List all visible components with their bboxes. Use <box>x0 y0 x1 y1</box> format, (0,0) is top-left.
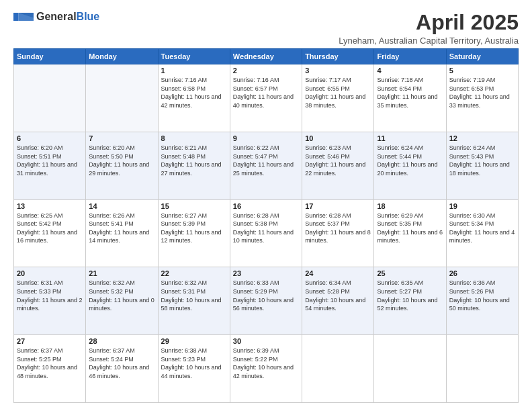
cell-info: Sunrise: 6:29 AM Sunset: 5:35 PM Dayligh… <box>377 212 443 245</box>
cell-0-4: 3Sunrise: 7:17 AM Sunset: 6:55 PM Daylig… <box>302 64 374 132</box>
cell-info: Sunrise: 6:37 AM Sunset: 5:25 PM Dayligh… <box>17 347 83 380</box>
cell-1-4: 10Sunrise: 6:23 AM Sunset: 5:46 PM Dayli… <box>302 132 374 199</box>
cell-info: Sunrise: 6:20 AM Sunset: 5:50 PM Dayligh… <box>89 144 154 177</box>
day-number: 8 <box>161 134 227 142</box>
day-number: 15 <box>161 202 227 210</box>
cell-info: Sunrise: 7:16 AM Sunset: 6:58 PM Dayligh… <box>161 76 227 109</box>
week-row-5: 27Sunrise: 6:37 AM Sunset: 5:25 PM Dayli… <box>14 335 519 403</box>
day-number: 30 <box>233 337 299 345</box>
cell-info: Sunrise: 6:26 AM Sunset: 5:41 PM Dayligh… <box>89 212 154 245</box>
day-number: 24 <box>305 269 371 277</box>
week-row-2: 6Sunrise: 6:20 AM Sunset: 5:51 PM Daylig… <box>14 132 519 199</box>
cell-2-4: 17Sunrise: 6:28 AM Sunset: 5:37 PM Dayli… <box>302 199 374 267</box>
cell-1-1: 7Sunrise: 6:20 AM Sunset: 5:50 PM Daylig… <box>86 132 158 199</box>
cell-3-1: 21Sunrise: 6:32 AM Sunset: 5:32 PM Dayli… <box>86 267 158 335</box>
cell-info: Sunrise: 7:17 AM Sunset: 6:55 PM Dayligh… <box>305 76 371 109</box>
cell-0-6: 5Sunrise: 7:19 AM Sunset: 6:53 PM Daylig… <box>446 64 518 132</box>
logo-icon <box>13 11 34 23</box>
cell-info: Sunrise: 6:33 AM Sunset: 5:29 PM Dayligh… <box>233 279 299 312</box>
cell-info: Sunrise: 6:25 AM Sunset: 5:42 PM Dayligh… <box>17 212 83 245</box>
cell-info: Sunrise: 6:34 AM Sunset: 5:28 PM Dayligh… <box>305 279 371 312</box>
header-friday: Friday <box>374 49 446 64</box>
day-number: 1 <box>161 66 227 75</box>
cell-info: Sunrise: 6:36 AM Sunset: 5:26 PM Dayligh… <box>449 279 515 312</box>
cell-info: Sunrise: 6:31 AM Sunset: 5:33 PM Dayligh… <box>17 279 83 312</box>
cell-info: Sunrise: 6:39 AM Sunset: 5:22 PM Dayligh… <box>233 347 299 380</box>
cell-4-6 <box>446 335 518 403</box>
cell-info: Sunrise: 6:28 AM Sunset: 5:38 PM Dayligh… <box>233 212 299 245</box>
cell-info: Sunrise: 7:18 AM Sunset: 6:54 PM Dayligh… <box>377 76 443 109</box>
day-number: 17 <box>305 202 371 210</box>
cell-info: Sunrise: 7:16 AM Sunset: 6:57 PM Dayligh… <box>233 76 299 109</box>
header-monday: Monday <box>86 49 158 64</box>
cell-4-1: 28Sunrise: 6:37 AM Sunset: 5:24 PM Dayli… <box>86 335 158 403</box>
cell-2-1: 14Sunrise: 6:26 AM Sunset: 5:41 PM Dayli… <box>86 199 158 267</box>
cell-2-5: 18Sunrise: 6:29 AM Sunset: 5:35 PM Dayli… <box>374 199 446 267</box>
header: GeneralBlue April 2025 Lyneham, Australi… <box>13 11 519 46</box>
cell-0-3: 2Sunrise: 7:16 AM Sunset: 6:57 PM Daylig… <box>230 64 302 132</box>
day-number: 20 <box>17 269 83 277</box>
day-number: 25 <box>377 269 443 277</box>
day-number: 23 <box>233 269 299 277</box>
day-number: 13 <box>17 202 83 210</box>
day-number: 10 <box>305 134 371 142</box>
cell-info: Sunrise: 6:24 AM Sunset: 5:44 PM Dayligh… <box>377 144 443 177</box>
logo-blue: Blue <box>77 11 100 22</box>
week-row-4: 20Sunrise: 6:31 AM Sunset: 5:33 PM Dayli… <box>14 267 519 335</box>
header-tuesday: Tuesday <box>158 49 230 64</box>
cell-info: Sunrise: 6:32 AM Sunset: 5:32 PM Dayligh… <box>89 279 154 312</box>
cell-1-2: 8Sunrise: 6:21 AM Sunset: 5:48 PM Daylig… <box>158 132 230 199</box>
day-number: 16 <box>233 202 299 210</box>
cell-4-0: 27Sunrise: 6:37 AM Sunset: 5:25 PM Dayli… <box>14 335 86 403</box>
day-number: 6 <box>17 134 83 142</box>
cell-1-5: 11Sunrise: 6:24 AM Sunset: 5:44 PM Dayli… <box>374 132 446 199</box>
day-number: 2 <box>233 66 299 75</box>
cell-2-0: 13Sunrise: 6:25 AM Sunset: 5:42 PM Dayli… <box>14 199 86 267</box>
cell-1-3: 9Sunrise: 6:22 AM Sunset: 5:47 PM Daylig… <box>230 132 302 199</box>
cell-info: Sunrise: 6:20 AM Sunset: 5:51 PM Dayligh… <box>17 144 83 177</box>
cell-3-2: 22Sunrise: 6:32 AM Sunset: 5:31 PM Dayli… <box>158 267 230 335</box>
cell-4-5 <box>374 335 446 403</box>
cell-2-6: 19Sunrise: 6:30 AM Sunset: 5:34 PM Dayli… <box>446 199 518 267</box>
cell-info: Sunrise: 6:35 AM Sunset: 5:27 PM Dayligh… <box>377 279 443 312</box>
cell-info: Sunrise: 6:38 AM Sunset: 5:23 PM Dayligh… <box>161 347 227 380</box>
cell-info: Sunrise: 6:27 AM Sunset: 5:39 PM Dayligh… <box>161 212 227 245</box>
header-sunday: Sunday <box>14 49 86 64</box>
cell-3-4: 24Sunrise: 6:34 AM Sunset: 5:28 PM Dayli… <box>302 267 374 335</box>
cell-3-0: 20Sunrise: 6:31 AM Sunset: 5:33 PM Dayli… <box>14 267 86 335</box>
week-row-1: 1Sunrise: 7:16 AM Sunset: 6:58 PM Daylig… <box>14 64 519 132</box>
day-number: 18 <box>377 202 443 210</box>
cell-0-0 <box>14 64 86 132</box>
cell-3-3: 23Sunrise: 6:33 AM Sunset: 5:29 PM Dayli… <box>230 267 302 335</box>
day-number: 19 <box>449 202 515 210</box>
logo: GeneralBlue <box>13 11 99 23</box>
cell-2-3: 16Sunrise: 6:28 AM Sunset: 5:38 PM Dayli… <box>230 199 302 267</box>
cell-4-3: 30Sunrise: 6:39 AM Sunset: 5:22 PM Dayli… <box>230 335 302 403</box>
logo-general: General <box>36 11 77 22</box>
title-section: April 2025 Lyneham, Australian Capital T… <box>339 11 519 46</box>
svg-marker-1 <box>13 13 19 21</box>
day-number: 11 <box>377 134 443 142</box>
header-thursday: Thursday <box>302 49 374 64</box>
calendar-table: Sunday Monday Tuesday Wednesday Thursday… <box>13 48 519 403</box>
cell-4-4 <box>302 335 374 403</box>
cell-1-0: 6Sunrise: 6:20 AM Sunset: 5:51 PM Daylig… <box>14 132 86 199</box>
cell-1-6: 12Sunrise: 6:24 AM Sunset: 5:43 PM Dayli… <box>446 132 518 199</box>
day-number: 7 <box>89 134 154 142</box>
week-row-3: 13Sunrise: 6:25 AM Sunset: 5:42 PM Dayli… <box>14 199 519 267</box>
header-wednesday: Wednesday <box>230 49 302 64</box>
day-number: 28 <box>89 337 154 345</box>
cell-info: Sunrise: 6:37 AM Sunset: 5:24 PM Dayligh… <box>89 347 154 380</box>
cell-info: Sunrise: 6:32 AM Sunset: 5:31 PM Dayligh… <box>161 279 227 312</box>
cell-0-1 <box>86 64 158 132</box>
cell-2-2: 15Sunrise: 6:27 AM Sunset: 5:39 PM Dayli… <box>158 199 230 267</box>
day-number: 3 <box>305 66 371 75</box>
subtitle: Lyneham, Australian Capital Territory, A… <box>339 36 519 46</box>
cell-4-2: 29Sunrise: 6:38 AM Sunset: 5:23 PM Dayli… <box>158 335 230 403</box>
day-number: 5 <box>449 66 515 75</box>
header-row: Sunday Monday Tuesday Wednesday Thursday… <box>14 49 519 64</box>
day-number: 21 <box>89 269 154 277</box>
header-saturday: Saturday <box>446 49 518 64</box>
cell-info: Sunrise: 6:24 AM Sunset: 5:43 PM Dayligh… <box>449 144 515 177</box>
cell-info: Sunrise: 6:30 AM Sunset: 5:34 PM Dayligh… <box>449 212 515 245</box>
